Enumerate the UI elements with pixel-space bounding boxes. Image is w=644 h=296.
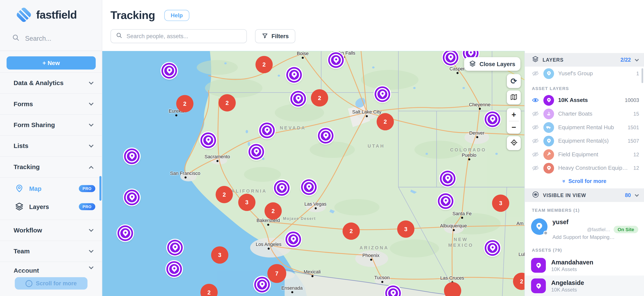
map-cluster-marker[interactable]: 7: [267, 264, 286, 283]
layer-name: 10K Assets: [558, 97, 588, 103]
visibility-toggle-icon[interactable]: [532, 151, 540, 159]
layer-color-icon: [543, 68, 554, 79]
map-pin-marker[interactable]: [328, 52, 344, 68]
map-state-label: MEXICO: [448, 243, 474, 248]
sidebar-subitem[interactable]: Map PRO: [0, 179, 102, 198]
map-pin-marker[interactable]: [167, 240, 183, 255]
map-pin-marker[interactable]: [301, 179, 317, 195]
map-pin-marker[interactable]: [274, 180, 290, 196]
map-cluster-marker[interactable]: 2: [256, 56, 273, 73]
layers-section-header[interactable]: LAYERS 2/22: [525, 53, 644, 67]
layer-color-icon: [543, 95, 554, 106]
map-cluster-marker[interactable]: 3: [397, 221, 414, 238]
map-cluster-marker[interactable]: 2: [311, 89, 328, 106]
map-pin-marker[interactable]: [318, 128, 334, 143]
map-cluster-marker[interactable]: 2: [376, 113, 394, 130]
close-layers-button[interactable]: Close Layers: [464, 57, 520, 71]
visibility-toggle-icon[interactable]: [532, 110, 540, 118]
sidebar-nav-item[interactable]: Workflow: [0, 220, 102, 241]
map-state-label: Mojave Desert: [283, 216, 316, 221]
map-pin-marker[interactable]: [438, 193, 454, 209]
layer-row[interactable]: 10K Assets 10003: [525, 93, 644, 107]
map-pin-marker[interactable]: [374, 86, 390, 102]
zoom-in-button[interactable]: +: [507, 108, 521, 121]
map-cluster-marker[interactable]: 2: [216, 186, 233, 203]
map-pin-marker[interactable]: [254, 277, 270, 292]
sidebar-nav-item[interactable]: Data & Analytics: [0, 73, 102, 94]
map-refresh-button[interactable]: ⟳: [507, 74, 521, 88]
layer-row[interactable]: Heavy Construction Equip… 12: [525, 161, 644, 175]
assets-label: ASSETS (79): [525, 244, 644, 255]
map-search-input[interactable]: Search people, assets...: [110, 29, 247, 43]
layer-name: Charter Boats: [558, 111, 592, 117]
map-pin-marker[interactable]: [118, 225, 133, 241]
layer-row[interactable]: Charter Boats 15: [525, 107, 644, 120]
map-cluster-marker[interactable]: 3: [211, 246, 228, 264]
map-pin-marker[interactable]: [485, 240, 500, 256]
map-pin-marker[interactable]: [485, 111, 500, 127]
zoom-out-button[interactable]: −: [507, 121, 521, 134]
map-cluster-marker[interactable]: 2: [342, 222, 360, 240]
map-pin-marker[interactable]: [162, 63, 177, 78]
sidebar-nav-item[interactable]: Forms: [0, 94, 102, 115]
panel-scroll-more[interactable]: » Scroll for more: [525, 175, 644, 189]
sidebar-nav-item[interactable]: Form Sharing: [0, 115, 102, 136]
city-dot: [452, 229, 455, 231]
map-pin-marker[interactable]: [285, 232, 301, 247]
layer-row[interactable]: Yusef's Group 1: [525, 67, 644, 80]
visibility-toggle-icon[interactable]: [532, 137, 540, 145]
map-cluster-marker[interactable]: 2: [176, 95, 193, 112]
nav-item-label: Lists: [14, 142, 28, 150]
visibility-toggle-icon[interactable]: [532, 123, 540, 131]
map-cluster-marker[interactable]: 2: [264, 202, 282, 220]
sidebar-subitem[interactable]: Layers PRO: [0, 198, 102, 216]
new-button[interactable]: + New: [6, 56, 96, 70]
filters-button[interactable]: Filters: [255, 29, 296, 43]
map-cluster-marker[interactable]: 2: [218, 94, 236, 111]
cluster-count: 2: [520, 278, 523, 285]
map-pin-marker[interactable]: [286, 67, 302, 83]
layer-row[interactable]: Equipment Rental Hub 1501: [525, 120, 644, 134]
pin-icon: [389, 289, 397, 296]
map-style-button[interactable]: [507, 90, 521, 104]
map-pin-marker[interactable]: [259, 123, 275, 138]
layer-color-icon: [543, 122, 554, 133]
brand-logo[interactable]: fastfield: [0, 0, 102, 23]
map-pin-marker[interactable]: [200, 132, 216, 148]
locate-button[interactable]: [507, 136, 521, 150]
map-cluster-marker[interactable]: 3: [238, 194, 256, 211]
panel-scrollbar[interactable]: [642, 68, 643, 83]
sidebar-scroll-more-button[interactable]: ↓ Scroll for more: [15, 277, 87, 289]
visible-in-view-header[interactable]: VISIBLE IN VIEW 80: [525, 188, 644, 202]
layer-row[interactable]: Equipment Rental(s) 1507: [525, 134, 644, 148]
layer-row[interactable]: Field Equipment 12: [525, 147, 644, 161]
refresh-icon: ⟳: [510, 76, 517, 86]
help-button[interactable]: Help: [164, 10, 189, 21]
map-pin-marker[interactable]: [124, 190, 140, 205]
asset-row[interactable]: Angelaside 10K Assets: [525, 275, 644, 296]
layers-icon: [469, 60, 476, 68]
map-pin-marker[interactable]: [290, 91, 306, 106]
map-pin-marker[interactable]: [440, 171, 455, 186]
visibility-toggle-icon[interactable]: [532, 70, 540, 77]
sidebar-nav-item[interactable]: Team: [0, 241, 102, 262]
map-pin-marker[interactable]: [248, 144, 264, 160]
sidebar-nav-item[interactable]: Tracking: [0, 157, 102, 178]
sidebar-nav-item[interactable]: Lists: [0, 136, 102, 157]
layer-color-icon: [543, 163, 554, 173]
tracking-map[interactable]: NEVADAUTAHCOLORADOCALIFORNIAARIZONANEWME…: [102, 51, 524, 296]
pin-icon: [546, 97, 551, 102]
asset-row[interactable]: Amandahaven 10K Assets: [525, 255, 644, 275]
map-city-label: Pueblo: [462, 153, 476, 157]
sidebar-search-input[interactable]: Search...: [0, 23, 102, 51]
visibility-toggle-icon[interactable]: [532, 164, 540, 172]
chevron-down-icon: [635, 57, 639, 61]
map-city-label: San Francisco: [170, 171, 200, 176]
layer-name: Heavy Construction Equip…: [558, 165, 628, 171]
map-pin-marker[interactable]: [166, 261, 182, 277]
map-pin-marker[interactable]: [124, 149, 140, 164]
team-member-row[interactable]: yusef @fastfiel… On Site Add Support for…: [525, 215, 644, 244]
map-cluster-marker[interactable]: 3: [492, 195, 509, 212]
visibility-toggle-icon[interactable]: [532, 96, 540, 104]
funnel-icon: [262, 32, 268, 40]
